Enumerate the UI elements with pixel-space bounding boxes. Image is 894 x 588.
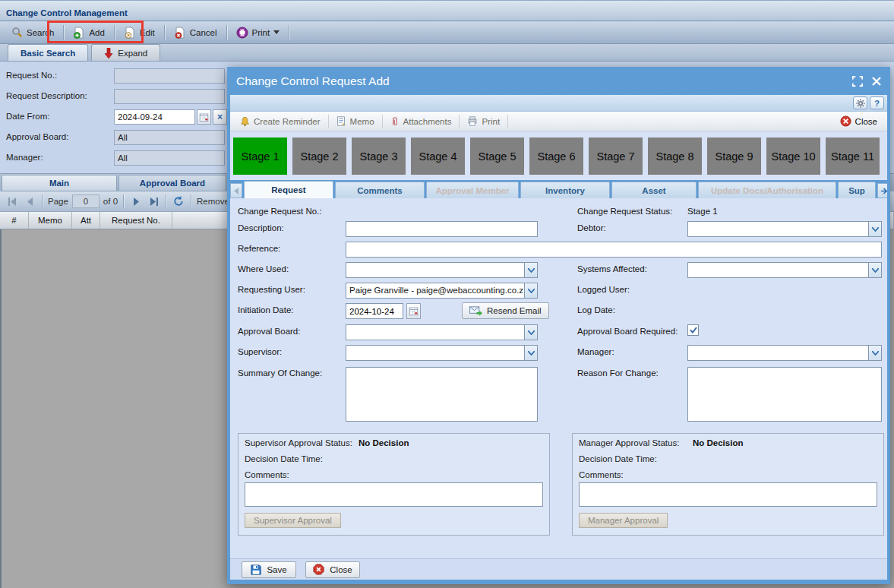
remove-button[interactable]: Remove [197, 197, 229, 206]
column-header-number[interactable]: # [0, 212, 29, 229]
cancel-button[interactable]: Cancel [167, 24, 224, 41]
stage-button-5[interactable]: Stage 5 [470, 138, 524, 175]
page-of-label: of 0 [103, 197, 118, 206]
stage-button-3[interactable]: Stage 3 [352, 138, 406, 175]
page-label: Page [48, 197, 68, 206]
approval-board-input[interactable] [114, 130, 225, 145]
manager-combo[interactable] [687, 345, 882, 361]
manager-comments-input[interactable] [579, 482, 877, 507]
edit-button[interactable]: Edit [117, 24, 162, 41]
manager-approval-status-value: No Decision [693, 438, 743, 447]
page-number-input[interactable] [72, 194, 100, 208]
summary-of-change-textarea[interactable] [346, 367, 538, 422]
reference-input[interactable] [346, 242, 882, 258]
column-header-memo[interactable]: Memo [29, 212, 72, 229]
where-used-combo[interactable] [346, 262, 538, 278]
last-page-icon[interactable] [147, 194, 160, 208]
pager-separator [191, 194, 191, 208]
description-label: Description: [238, 223, 284, 232]
initiation-date-input[interactable] [346, 303, 403, 319]
stage-button-9[interactable]: Stage 9 [707, 138, 761, 175]
tab-scroll-right-icon[interactable] [877, 183, 887, 198]
stage-button-row: Stage 1 Stage 2 Stage 3 Stage 4 Stage 5 … [230, 131, 887, 180]
dialog-title: Change Control Request Add [236, 74, 843, 88]
stage-button-2[interactable]: Stage 2 [292, 138, 346, 175]
dialog-close-button[interactable]: Close [836, 114, 881, 128]
requesting-user-combo[interactable]: Paige Granville - paige@webaccounting.co… [346, 283, 538, 299]
approval-board-required-checkbox[interactable] [687, 324, 699, 336]
clear-date-icon[interactable]: × [213, 109, 227, 125]
debtor-combo[interactable] [687, 221, 882, 237]
tab-inventory[interactable]: Inventory [520, 182, 610, 198]
pager-separator [42, 194, 43, 208]
chevron-down-icon[interactable] [524, 346, 537, 360]
stage-button-1[interactable]: Stage 1 [233, 138, 287, 175]
supervisor-comments-input[interactable] [245, 482, 543, 507]
description-input[interactable] [346, 221, 538, 237]
save-button[interactable]: Save [242, 561, 296, 578]
help-button[interactable]: ? [870, 96, 884, 109]
tab-asset[interactable]: Asset [611, 182, 697, 198]
cancel-icon [174, 27, 186, 39]
close-icon[interactable] [872, 77, 881, 86]
date-from-field-wrap: × [114, 109, 225, 125]
tab-request[interactable]: Request [244, 181, 333, 198]
save-button-label: Save [267, 565, 286, 574]
calendar-icon[interactable] [406, 303, 421, 319]
reference-label: Reference: [238, 244, 280, 253]
create-reminder-button[interactable]: Create Reminder [236, 115, 324, 128]
tab-main[interactable]: Main [2, 175, 117, 191]
column-header-request-no[interactable]: Request No. [100, 212, 172, 229]
tab-expand[interactable]: Expand [91, 44, 160, 61]
request-no-input[interactable] [114, 68, 225, 84]
add-button[interactable]: Add [66, 24, 111, 41]
calendar-icon[interactable] [197, 109, 211, 125]
attachments-button[interactable]: Attachments [387, 115, 456, 128]
column-header-att[interactable]: Att [72, 212, 100, 229]
supervisor-approval-status-value: No Decision [359, 438, 409, 447]
chevron-down-icon[interactable] [868, 346, 881, 360]
request-description-input[interactable] [114, 89, 225, 104]
next-page-icon[interactable] [129, 194, 143, 208]
stage-button-4[interactable]: Stage 4 [411, 138, 465, 175]
previous-page-icon[interactable] [23, 194, 36, 208]
stage-button-10[interactable]: Stage 10 [766, 138, 820, 175]
chevron-down-icon[interactable] [524, 263, 537, 277]
request-description-field-wrap [114, 89, 225, 104]
toolbar-separator [289, 25, 289, 40]
first-page-icon[interactable] [5, 194, 19, 208]
stage-button-6[interactable]: Stage 6 [529, 138, 583, 175]
tab-sup-truncated[interactable]: Sup [838, 182, 876, 198]
footer-close-button[interactable]: Close [305, 561, 360, 578]
refresh-icon[interactable] [172, 194, 185, 208]
stage-button-11[interactable]: Stage 11 [826, 138, 880, 175]
systems-affected-combo[interactable] [687, 262, 882, 278]
tab-approval-member: Approval Member [426, 182, 519, 198]
tab-approval-board[interactable]: Approval Board [118, 175, 226, 191]
memo-button[interactable]: Memo [333, 115, 378, 128]
date-from-input[interactable] [114, 109, 195, 125]
dialog-print-button[interactable]: Print [463, 115, 504, 128]
page-title: Change Control Management [0, 0, 894, 21]
gear-icon[interactable] [853, 96, 867, 109]
chevron-down-icon[interactable] [524, 325, 537, 340]
reason-for-change-textarea[interactable] [687, 367, 882, 422]
supervisor-combo[interactable] [346, 345, 538, 361]
chevron-down-icon[interactable] [868, 222, 881, 236]
toolbar-separator [459, 115, 460, 128]
resend-email-button[interactable]: Resend Email [462, 302, 549, 319]
maximize-icon[interactable] [852, 76, 863, 87]
search-tab-strip: Basic Search Expand [0, 44, 894, 62]
tab-comments[interactable]: Comments [335, 182, 425, 198]
chevron-down-icon[interactable] [868, 263, 881, 277]
print-button[interactable]: Print [229, 24, 287, 41]
tab-basic-search[interactable]: Basic Search [8, 44, 88, 61]
chevron-down-icon[interactable] [524, 283, 537, 298]
stage-button-7[interactable]: Stage 7 [589, 138, 643, 175]
approval-board-combo[interactable] [346, 324, 538, 340]
stage-button-8[interactable]: Stage 8 [648, 138, 702, 175]
search-button[interactable]: Search [5, 24, 61, 40]
dialog-utility-strip: ? [230, 95, 887, 112]
footer-close-label: Close [330, 565, 352, 574]
manager-input[interactable] [114, 150, 225, 166]
